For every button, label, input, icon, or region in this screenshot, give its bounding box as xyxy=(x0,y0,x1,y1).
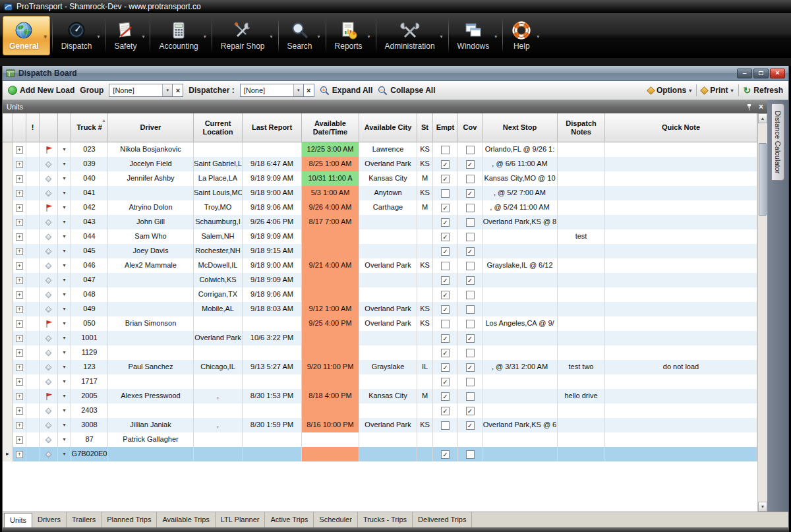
unit-row[interactable]: +▾043John GillSchaumburg,I9/26 4:06 PM8/… xyxy=(3,215,757,229)
ribbon-tab-search[interactable]: Search ▾ xyxy=(281,16,324,55)
column-header-alert[interactable]: ! xyxy=(26,113,40,142)
row-dropdown-button[interactable]: ▾ xyxy=(58,258,71,273)
options-button[interactable]: Options ▾ xyxy=(648,86,691,95)
scroll-up-icon[interactable]: ▲ xyxy=(758,113,767,123)
row-expand-button[interactable]: + xyxy=(13,200,26,215)
row-expand-button[interactable]: + xyxy=(13,418,26,432)
refresh-button[interactable]: ↻ Refresh xyxy=(744,86,783,95)
row-dropdown-button[interactable]: ▾ xyxy=(58,215,71,229)
chevron-down-icon[interactable]: ▾ xyxy=(204,34,206,40)
row-expand-button[interactable]: + xyxy=(13,302,26,316)
cov-checkbox[interactable]: ✓ xyxy=(458,331,483,345)
group-combo[interactable]: [None] ▾ xyxy=(109,84,173,97)
ribbon-tab-dispatch[interactable]: Dispatch ▾ xyxy=(55,16,103,55)
print-button[interactable]: Print ▾ xyxy=(701,86,733,95)
column-header-st[interactable]: St xyxy=(417,113,433,142)
bottom-tab-units[interactable]: Units xyxy=(4,513,32,527)
chevron-down-icon[interactable]: ▾ xyxy=(270,34,273,40)
unit-row[interactable]: +▾87Patrick Gallagher xyxy=(3,432,757,447)
unit-row[interactable]: +▾023Nikola Bosjankovic12/25 3:00 AMLawr… xyxy=(3,142,757,157)
bottom-tab-drivers[interactable]: Drivers xyxy=(32,512,67,527)
bottom-tab-active-trips[interactable]: Active Trips xyxy=(265,512,314,527)
unit-row[interactable]: +▾045Joey DavisRochester,NH9/18 9:15 AM✓… xyxy=(3,244,757,258)
unit-row[interactable]: +▾2403✓✓ xyxy=(3,403,757,418)
row-expand-button[interactable]: + xyxy=(13,374,26,389)
row-dropdown-button[interactable]: ▾ xyxy=(58,244,71,258)
cov-checkbox[interactable] xyxy=(458,215,483,229)
row-dropdown-button[interactable]: ▾ xyxy=(58,331,71,345)
row-expand-button[interactable]: + xyxy=(13,215,26,229)
empt-checkbox[interactable] xyxy=(433,258,458,273)
unit-row[interactable]: +▾1001Overland Park10/6 3:22 PM✓✓ xyxy=(3,331,757,345)
empt-checkbox[interactable]: ✓ xyxy=(433,200,458,215)
row-dropdown-button[interactable]: ▾ xyxy=(58,157,71,171)
unit-row[interactable]: +▾039Jocelyn FieldSaint Gabriel,L9/18 6:… xyxy=(3,157,757,171)
empt-checkbox[interactable]: ✓ xyxy=(433,374,458,389)
ribbon-tab-accounting[interactable]: Accounting ▾ xyxy=(152,16,209,55)
empt-checkbox[interactable]: ✓ xyxy=(433,287,458,302)
cov-checkbox[interactable] xyxy=(458,287,483,302)
row-dropdown-button[interactable]: ▾ xyxy=(58,418,71,432)
row-expand-button[interactable]: + xyxy=(13,316,26,331)
unit-row[interactable]: +▾046Alex2 MammaleMcDowell,IL9/18 9:00 A… xyxy=(3,258,757,273)
empt-checkbox[interactable]: ✓ xyxy=(433,215,458,229)
cov-checkbox[interactable] xyxy=(458,389,483,403)
expand-all-button[interactable]: + Expand All xyxy=(320,86,373,96)
column-header-report[interactable]: Last Report xyxy=(243,113,302,142)
empt-checkbox[interactable] xyxy=(433,418,458,432)
chevron-down-icon[interactable]: ▾ xyxy=(494,34,497,40)
empt-checkbox[interactable]: ✓ xyxy=(433,360,458,374)
ribbon-tab-general[interactable]: General ▾ xyxy=(3,16,50,55)
cov-checkbox[interactable]: ✓ xyxy=(458,418,483,432)
close-button[interactable]: × xyxy=(770,69,785,78)
row-dropdown-button[interactable]: ▾ xyxy=(58,316,71,331)
row-dropdown-button[interactable]: ▾ xyxy=(58,389,71,403)
row-dropdown-button[interactable]: ▾ xyxy=(58,432,71,447)
bottom-tab-planned-trips[interactable]: Planned Trips xyxy=(102,512,157,527)
cov-checkbox[interactable]: ✓ xyxy=(458,273,483,287)
row-expand-button[interactable]: + xyxy=(13,432,26,447)
row-expand-button[interactable]: + xyxy=(13,142,26,157)
row-dropdown-button[interactable]: ▾ xyxy=(58,273,71,287)
cov-checkbox[interactable] xyxy=(458,171,483,186)
minimize-button[interactable]: – xyxy=(737,69,752,78)
empt-checkbox[interactable]: ✓ xyxy=(433,157,458,171)
cov-checkbox[interactable]: ✓ xyxy=(458,244,483,258)
cov-checkbox[interactable] xyxy=(458,302,483,316)
row-dropdown-button[interactable]: ▾ xyxy=(58,186,71,200)
unit-row[interactable]: +▾3008Jillian Janiak,8/30 1:59 PM8/16 10… xyxy=(3,418,757,432)
unit-row[interactable]: +▾123Paul SanchezChicago,IL9/13 5:27 AM9… xyxy=(3,360,757,374)
ribbon-tab-windows[interactable]: Windows ▾ xyxy=(451,16,501,55)
unit-row[interactable]: +▾049Mobile,AL9/18 8:03 AM9/12 1:00 AMOv… xyxy=(3,302,757,316)
row-dropdown-button[interactable]: ▾ xyxy=(58,171,71,186)
column-header-empt[interactable]: Empt xyxy=(433,113,458,142)
vertical-scrollbar[interactable]: ▲ ▼ xyxy=(757,113,767,512)
empt-checkbox[interactable]: ✓ xyxy=(433,389,458,403)
unit-row[interactable]: +▾041Saint Louis,MO9/18 9:00 AM5/3 1:00 … xyxy=(3,186,757,200)
unit-row[interactable]: +▾042Atryino DolonTroy,MO9/18 9:06 AM9/2… xyxy=(3,200,757,215)
chevron-down-icon[interactable]: ▾ xyxy=(318,34,320,40)
unit-row[interactable]: +▾050Brian Simonson9/25 4:00 PMOverland … xyxy=(3,316,757,331)
empt-checkbox[interactable]: ✓ xyxy=(433,229,458,244)
cov-checkbox[interactable] xyxy=(458,142,483,157)
row-expand-button[interactable]: + xyxy=(13,331,26,345)
row-dropdown-button[interactable]: ▾ xyxy=(58,447,71,461)
empt-checkbox[interactable] xyxy=(433,316,458,331)
restore-button[interactable] xyxy=(753,69,769,78)
bottom-tab-available-trips[interactable]: Available Trips xyxy=(157,512,215,527)
empt-checkbox[interactable]: ✓ xyxy=(433,302,458,316)
column-header-qnote[interactable]: Quick Note xyxy=(605,113,757,142)
unit-row[interactable]: +▾2005Alexes Presswood,8/30 1:53 PM8/18 … xyxy=(3,389,757,403)
row-expand-button[interactable]: + xyxy=(13,258,26,273)
empt-checkbox[interactable]: ✓ xyxy=(433,171,458,186)
column-header-next[interactable]: Next Stop xyxy=(483,113,558,142)
unit-row[interactable]: +▾047Colwich,KS9/18 9:09 AM✓✓ xyxy=(3,273,757,287)
chevron-down-icon[interactable]: ▾ xyxy=(142,34,144,40)
collapse-all-button[interactable]: − Collapse All xyxy=(378,86,435,96)
close-panel-icon[interactable]: × xyxy=(759,103,763,110)
add-new-load-button[interactable]: Add New Load xyxy=(8,86,74,95)
chevron-down-icon[interactable]: ▾ xyxy=(537,34,539,40)
unit-row[interactable]: +▾1129✓ xyxy=(3,345,757,360)
column-header-cov[interactable]: Cov xyxy=(458,113,483,142)
cov-checkbox[interactable] xyxy=(458,258,483,273)
